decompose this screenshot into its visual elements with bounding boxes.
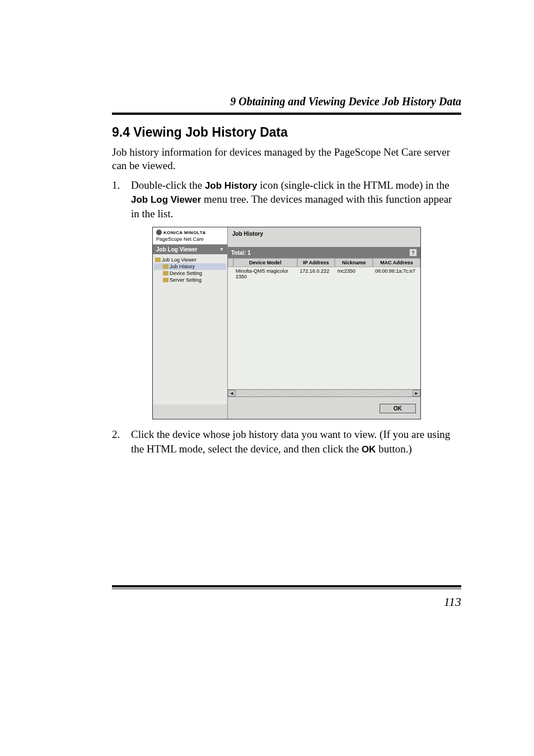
step-number: 1. xyxy=(112,178,131,222)
step-2: 2. Click the device whose job history da… xyxy=(112,427,461,456)
tree-root[interactable]: Job Log Viewer xyxy=(154,256,226,263)
screenshot-sidebar: KONICA MINOLTA PageScope Net Care Job Lo… xyxy=(153,227,228,419)
folder-icon xyxy=(163,271,168,276)
intro-paragraph: Job history information for devices mana… xyxy=(112,146,461,172)
logo-konica-minolta: KONICA MINOLTA xyxy=(156,230,224,235)
tree-item-job-history[interactable]: Job History xyxy=(154,263,226,270)
section-title: 9.4 Viewing Job History Data xyxy=(112,125,461,140)
th-mac-address[interactable]: MAC Address xyxy=(373,258,420,267)
td-device-model: Minolta-QMS magicolor 2350 xyxy=(233,267,298,281)
scroll-left-button[interactable]: ◄ xyxy=(228,390,236,396)
header-rule xyxy=(112,113,461,115)
tree-item-label: Device Setting xyxy=(170,270,202,276)
tree-root-label: Job Log Viewer xyxy=(162,257,196,263)
step-1-text-a: Double-click the xyxy=(131,179,205,191)
footer-rule-thick xyxy=(112,585,461,587)
td-ip-address: 172.16.0.222 xyxy=(298,267,335,281)
table-body: Minolta-QMS magicolor 2350 172.16.0.222 … xyxy=(228,267,420,389)
ok-button[interactable]: OK xyxy=(380,404,416,413)
table-row[interactable]: Minolta-QMS magicolor 2350 172.16.0.222 … xyxy=(228,267,420,281)
chevron-down-icon[interactable]: ▼ xyxy=(219,247,224,252)
th-nickname[interactable]: Nickname xyxy=(335,258,373,267)
step-2-text-b: button.) xyxy=(376,443,411,455)
tree-item-label: Server Setting xyxy=(170,277,202,283)
th-device-model[interactable]: Device Model xyxy=(233,258,297,267)
folder-icon xyxy=(163,264,168,269)
th-selector[interactable] xyxy=(228,258,233,267)
page-number: 113 xyxy=(112,595,461,609)
logo-pagescope: PageScope Net Care xyxy=(156,236,224,242)
nav-title-bar[interactable]: Job Log Viewer ▼ xyxy=(153,245,227,254)
scroll-right-button[interactable]: ► xyxy=(413,390,420,396)
step-1-text-b: icon (single-click in the HTML mode) in … xyxy=(257,179,449,191)
horizontal-scrollbar[interactable]: ◄ ► xyxy=(228,389,420,397)
scroll-track[interactable] xyxy=(236,390,413,396)
step-1-bold-2: Job Log Viewer xyxy=(131,194,201,205)
screenshot-job-history: KONICA MINOLTA PageScope Net Care Job Lo… xyxy=(152,227,421,419)
nav-title-text: Job Log Viewer xyxy=(156,246,198,253)
step-1: 1. Double-click the Job History icon (si… xyxy=(112,178,461,222)
step-2-bold-1: OK xyxy=(362,444,376,455)
tree-item-device-setting[interactable]: Device Setting xyxy=(154,270,226,277)
nav-tree: Job Log Viewer Job History Device Settin… xyxy=(153,254,227,404)
tree-item-label: Job History xyxy=(170,264,195,269)
panel-title: Job History xyxy=(228,227,420,247)
device-table: Device Model IP Address Nickname MAC Add… xyxy=(228,258,420,389)
total-bar: Total: 1 ? xyxy=(228,247,420,258)
footer-rule-thin xyxy=(112,589,461,589)
logo-text-1: KONICA MINOLTA xyxy=(163,230,206,235)
folder-icon xyxy=(155,258,161,262)
td-mac-address: 08:00:86:1a:7c:e7 xyxy=(373,267,420,281)
step-number: 2. xyxy=(112,427,131,456)
table-header: Device Model IP Address Nickname MAC Add… xyxy=(228,258,420,267)
th-ip-address[interactable]: IP Address xyxy=(297,258,335,267)
screenshot-main: Job History Total: 1 ? Device Model IP A… xyxy=(228,227,420,419)
chapter-header: 9 Obtaining and Viewing Device Job Histo… xyxy=(112,95,461,111)
logo-circle-icon xyxy=(156,230,162,235)
step-1-bold-1: Job History xyxy=(205,180,257,191)
help-button[interactable]: ? xyxy=(409,249,417,256)
total-label: Total: 1 xyxy=(231,250,251,256)
tree-item-server-setting[interactable]: Server Setting xyxy=(154,277,226,283)
folder-icon xyxy=(163,278,168,282)
td-nickname: mc2350 xyxy=(335,267,373,281)
td-selector xyxy=(228,267,233,281)
